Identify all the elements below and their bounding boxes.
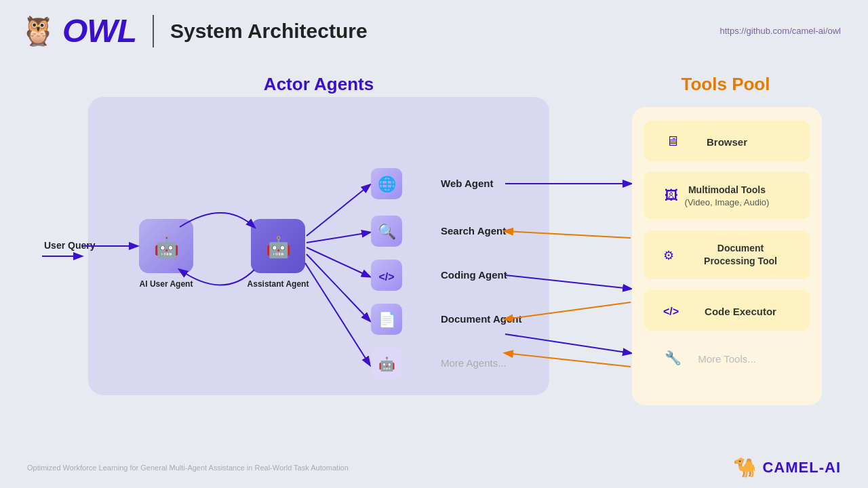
docproc-label-1: Document — [717, 243, 764, 253]
coding-agent-label: Coding Agent — [441, 269, 507, 281]
page-title: System Architecture — [170, 20, 368, 43]
actor-agents-title: Actor Agents — [264, 74, 374, 94]
ai-user-agent-icon: 🤖 — [154, 235, 180, 260]
tools-pool-title: Tools Pool — [682, 74, 770, 94]
owl-emoji-icon: 🦉 — [20, 14, 56, 47]
search-agent-label: Search Agent — [441, 225, 506, 237]
more-tools-icon: 🔧 — [665, 350, 682, 366]
more-tools-label: More Tools... — [698, 353, 756, 365]
diagram-area: Actor Agents Tools Pool User Query 🤖 AI … — [20, 56, 848, 463]
multimodal-icon: 🖼 — [665, 188, 678, 203]
coding-agent-icon: </> — [378, 271, 394, 283]
assistant-agent-icon: 🤖 — [266, 235, 292, 260]
main-content: Actor Agents Tools Pool User Query 🤖 AI … — [0, 49, 868, 470]
codeexec-icon: </> — [663, 306, 679, 317]
footer-subtitle: Optimized Workforce Learning for General… — [27, 464, 349, 472]
assistant-agent-label: Assistant Agent — [248, 279, 309, 289]
header: 🦉 OWL System Architecture https://github… — [0, 0, 868, 49]
browser-icon: 🖥 — [666, 134, 679, 148]
codeexec-label: Code Executor — [705, 306, 776, 317]
logo-area: 🦉 OWL System Architecture — [20, 12, 368, 49]
web-agent-icon: 🌐 — [378, 175, 397, 193]
github-link[interactable]: https://github.com/camel-ai/owl — [720, 26, 841, 36]
camel-brand-text: CAMEL-AI — [762, 459, 841, 476]
owl-brand-text: OWL — [62, 12, 136, 49]
camel-icon: 🐪 — [733, 456, 757, 479]
more-agents-label: More Agents... — [441, 357, 507, 369]
header-divider — [153, 15, 154, 47]
multimodal-label-2: (Video, Image, Audio) — [685, 197, 770, 207]
docproc-icon: ⚙ — [663, 249, 674, 262]
ai-user-agent-label: AI User Agent — [140, 279, 193, 289]
camel-logo: 🐪 CAMEL-AI — [733, 456, 841, 479]
browser-label: Browser — [707, 136, 747, 148]
web-agent-label: Web Agent — [441, 178, 494, 189]
document-agent-icon: 📄 — [378, 310, 397, 329]
multimodal-label-1: Multimodal Tools — [688, 184, 766, 195]
more-agents-icon: 🤖 — [378, 356, 395, 372]
docproc-label-2: Processing Tool — [704, 256, 777, 266]
architecture-diagram: Actor Agents Tools Pool User Query 🤖 AI … — [34, 70, 834, 449]
search-agent-icon: 🔍 — [378, 222, 397, 241]
footer: Optimized Workforce Learning for General… — [27, 456, 841, 479]
